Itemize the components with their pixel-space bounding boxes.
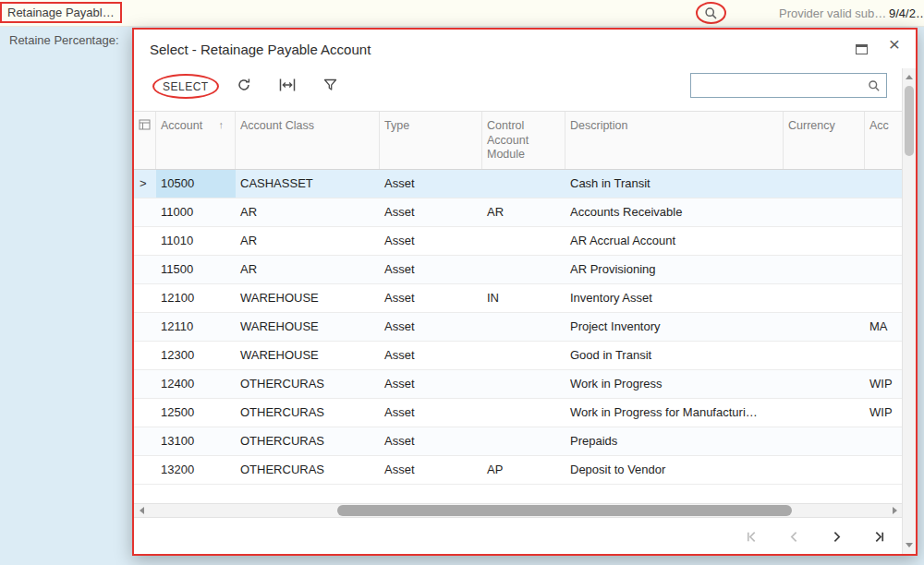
grid-search-box [690,73,887,98]
cell-control-account-module: AP [482,456,565,484]
first-page-icon[interactable] [744,529,760,545]
cell-account: 12110 [156,313,236,341]
select-retainage-payable-account-dialog: Select - Retainage Payable Account × SEL… [132,28,918,556]
search-magnifier-icon[interactable] [868,79,881,92]
column-header-acc[interactable]: Acc [865,112,902,169]
scroll-up-icon[interactable] [903,70,916,84]
cell-control-account-module [482,256,565,283]
row-settings-icon[interactable] [134,112,156,169]
refresh-icon[interactable] [237,78,251,95]
cell-currency [784,399,865,427]
row-selector-indicator [134,342,156,369]
table-row[interactable]: 12300 WAREHOUSE Asset Good in Transit [134,342,902,370]
select-button[interactable]: SELECT [163,80,209,93]
cell-control-account-module [482,170,565,198]
cell-account-class: WAREHOUSE [236,342,380,369]
column-header-control-account-module[interactable]: Control Account Module [482,112,565,169]
grid-header-row: Account ↑ Account Class Type Control Acc… [134,111,902,170]
cell-description: AR Accrual Account [565,227,784,255]
cell-description: Project Inventory [565,313,784,341]
column-header-account-class[interactable]: Account Class [236,112,380,169]
table-row[interactable]: 12100 WAREHOUSE Asset IN Inventory Asset [134,284,902,313]
cell-description: Cash in Transit [565,170,784,198]
form-topbar: Retainage Payabl… Provider valid sub… 9/… [0,0,924,27]
table-row[interactable]: > 10500 CASHASSET Asset Cash in Transit [134,170,902,198]
cell-type: Asset [380,342,482,369]
accounts-grid: Account ↑ Account Class Type Control Acc… [134,111,902,485]
annotation-ellipse-search [696,2,726,24]
table-row[interactable]: 11010 AR Asset AR Accrual Account [134,227,902,256]
cell-control-account-module [482,427,565,455]
fit-to-width-icon[interactable] [279,78,296,94]
scroll-right-icon[interactable] [887,504,902,517]
cell-description: Deposit to Vendor [565,456,784,484]
cell-currency [784,427,865,455]
cell-account: 11500 [156,256,236,283]
cell-account: 11010 [156,227,236,255]
cell-currency [784,313,865,341]
vertical-scrollbar [902,68,916,554]
grid-pagination [134,520,902,554]
row-selector-indicator [134,256,156,283]
cell-acc [865,227,902,255]
retaine-percentage-label: Retaine Percentage: [9,33,119,47]
cell-acc: WIP [865,399,902,427]
cell-acc [865,456,902,484]
cell-type: Asset [380,198,482,226]
cell-currency [784,256,865,283]
cell-type: Asset [380,313,482,341]
cell-type: Asset [380,399,482,427]
column-header-currency[interactable]: Currency [784,112,865,169]
close-icon[interactable]: × [889,34,900,54]
table-row[interactable]: 13200 OTHERCURAS Asset AP Deposit to Ven… [134,456,902,485]
cell-control-account-module [482,342,565,369]
scroll-left-icon[interactable] [134,504,149,517]
cell-acc [865,170,902,198]
cell-account: 12400 [156,370,236,398]
horizontal-scrollbar-thumb[interactable] [337,505,792,516]
cell-acc: MA [865,313,902,341]
annotation-box-field-label: Retainage Payabl… [0,2,122,23]
grid-search-input[interactable] [691,74,868,97]
cell-acc [865,284,902,312]
cell-currency [784,342,865,369]
table-row[interactable]: 11000 AR Asset AR Accounts Receivable [134,198,902,227]
sort-ascending-icon: ↑ [219,119,225,169]
cell-account: 10500 [156,170,236,198]
row-selector-indicator [134,313,156,341]
next-page-icon[interactable] [829,529,845,545]
cell-account-class: OTHERCURAS [236,427,380,455]
column-header-description[interactable]: Description [565,112,784,169]
cell-currency [784,227,865,255]
cell-currency [784,370,865,398]
cell-type: Asset [380,170,482,198]
cell-acc [865,427,902,455]
row-selector-indicator [134,456,156,484]
table-body: > 10500 CASHASSET Asset Cash in Transit … [134,170,902,485]
horizontal-scrollbar [134,503,902,518]
previous-page-icon[interactable] [786,529,802,545]
cell-description: Good in Transit [565,342,784,369]
column-header-type[interactable]: Type [380,112,482,169]
table-row[interactable]: 12110 WAREHOUSE Asset Project Inventory … [134,313,902,342]
cell-description: Accounts Receivable [565,198,784,226]
table-row[interactable]: 13100 OTHERCURAS Asset Prepaids [134,427,902,456]
last-page-icon[interactable] [871,529,887,545]
cell-account-class: AR [236,227,380,255]
cell-type: Asset [380,284,482,312]
cell-account-class: WAREHOUSE [236,284,380,312]
cell-type: Asset [380,227,482,255]
cell-type: Asset [380,256,482,283]
maximize-icon[interactable] [856,44,868,54]
table-row[interactable]: 12500 OTHERCURAS Asset Work in Progress … [134,399,902,427]
row-selector-indicator [134,399,156,427]
table-row[interactable]: 11500 AR Asset AR Provisioning [134,256,902,284]
table-row[interactable]: 12400 OTHERCURAS Asset Work in Progress … [134,370,902,399]
provider-status-text: Provider valid sub… [779,6,886,20]
column-header-account[interactable]: Account ↑ [156,112,236,169]
vertical-scrollbar-thumb[interactable] [905,86,914,156]
scroll-down-icon[interactable] [903,538,916,552]
magnifier-icon[interactable] [704,6,718,20]
cell-currency [784,170,865,198]
filter-icon[interactable] [323,78,337,94]
